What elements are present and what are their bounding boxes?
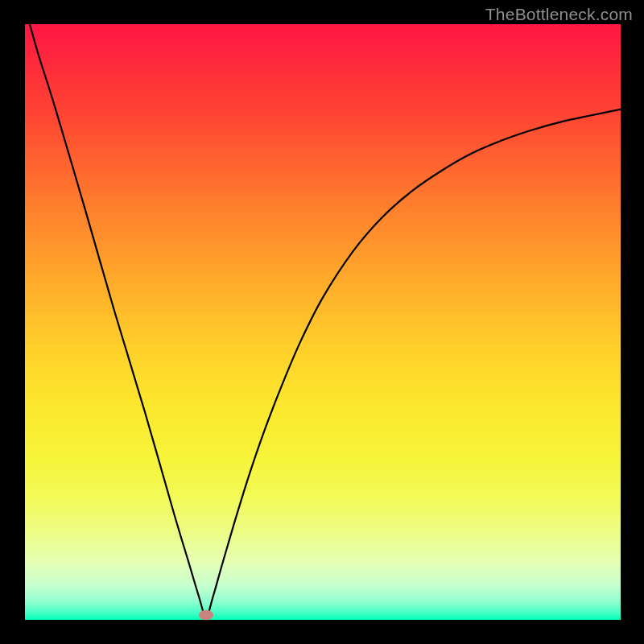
plot-area: [25, 24, 621, 620]
bottleneck-curve: [25, 24, 621, 620]
chart-frame: TheBottleneck.com: [0, 0, 644, 644]
watermark-text: TheBottleneck.com: [485, 5, 633, 24]
minimum-marker: [199, 610, 213, 620]
